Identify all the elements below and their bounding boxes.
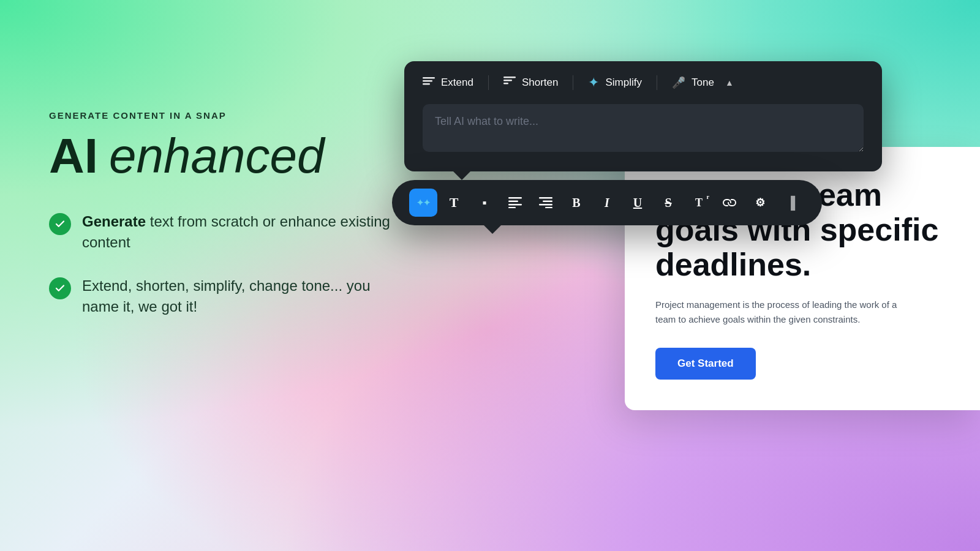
- svg-rect-10: [539, 197, 552, 199]
- chevron-icon: ▲: [725, 78, 734, 88]
- block-format-button[interactable]: ▪: [470, 189, 499, 217]
- toolbar-extend[interactable]: Extend: [423, 76, 486, 90]
- ai-input[interactable]: [423, 104, 864, 152]
- toolbar-simplify[interactable]: ✦ Simplify: [576, 75, 654, 91]
- extend-label: Extend: [441, 77, 473, 89]
- svg-rect-12: [539, 204, 552, 206]
- underline-button[interactable]: U: [624, 189, 652, 217]
- left-content: GENERATE CONTENT IN A SNAP AI enhanced G…: [49, 110, 404, 317]
- extend-icon: [423, 76, 435, 90]
- feature-list: Generate text from scratch or enhance ex…: [49, 211, 404, 317]
- svg-rect-4: [503, 80, 512, 81]
- check-icon-1: [49, 213, 71, 235]
- svg-rect-9: [508, 207, 516, 208]
- content-description: Project management is the process of lea…: [655, 298, 913, 327]
- ai-input-area: [404, 104, 882, 171]
- divider-3: [657, 75, 657, 90]
- shorten-icon: [503, 77, 516, 89]
- settings-button[interactable]: ⚙: [746, 189, 774, 217]
- strikethrough-button[interactable]: S: [654, 189, 682, 217]
- list-item: Extend, shorten, simplify, change tone..…: [49, 276, 404, 317]
- align-right-button[interactable]: [532, 189, 560, 217]
- ai-toolbar-wrapper: Extend Shorten ✦ Si: [392, 61, 980, 171]
- format-toolbar-wrapper: ✦✦ T ▪ B I: [392, 180, 980, 225]
- ai-magic-button[interactable]: ✦✦: [409, 189, 437, 217]
- headline: AI enhanced: [49, 132, 404, 181]
- svg-rect-5: [503, 83, 508, 84]
- svg-rect-2: [423, 83, 430, 85]
- align-left-button[interactable]: [501, 189, 529, 217]
- svg-rect-8: [508, 204, 522, 206]
- list-item: Generate text from scratch or enhance ex…: [49, 211, 404, 252]
- ai-toolbar: Extend Shorten ✦ Si: [404, 61, 882, 171]
- feature-text-1: Generate text from scratch or enhance ex…: [82, 211, 404, 252]
- headline-enhanced: enhanced: [109, 132, 324, 181]
- headline-ai: AI: [49, 132, 98, 181]
- feature-text-2: Extend, shorten, simplify, change tone..…: [82, 276, 404, 317]
- tone-label: Tone: [692, 77, 714, 89]
- svg-rect-6: [508, 197, 522, 199]
- svg-rect-11: [543, 201, 552, 203]
- italic-button[interactable]: I: [593, 189, 621, 217]
- superscript-button[interactable]: Tr: [685, 189, 713, 217]
- text-format-button[interactable]: T: [440, 189, 468, 217]
- divider-2: [573, 75, 573, 90]
- bold-button[interactable]: B: [562, 189, 590, 217]
- simplify-label: Simplify: [605, 77, 642, 89]
- toolbar-shorten[interactable]: Shorten: [491, 77, 571, 89]
- link-button[interactable]: [715, 189, 744, 217]
- svg-rect-7: [508, 201, 518, 203]
- tagline: GENERATE CONTENT IN A SNAP: [49, 110, 404, 121]
- format-toolbar: ✦✦ T ▪ B I: [392, 180, 822, 225]
- check-icon-2: [49, 277, 71, 299]
- divider-1: [488, 75, 489, 90]
- ai-toolbar-top: Extend Shorten ✦ Si: [404, 61, 882, 104]
- tone-icon: 🎤: [672, 76, 685, 89]
- right-ui: Extend Shorten ✦ Si: [392, 61, 980, 225]
- svg-rect-13: [545, 207, 552, 208]
- simplify-icon: ✦: [588, 75, 599, 91]
- svg-rect-1: [423, 80, 432, 82]
- svg-rect-3: [503, 77, 516, 78]
- shorten-label: Shorten: [522, 77, 559, 89]
- svg-rect-0: [423, 77, 435, 79]
- get-started-button[interactable]: Get Started: [655, 348, 756, 380]
- more-button[interactable]: ▐: [777, 189, 805, 217]
- toolbar-tone[interactable]: 🎤 Tone ▲: [660, 76, 746, 89]
